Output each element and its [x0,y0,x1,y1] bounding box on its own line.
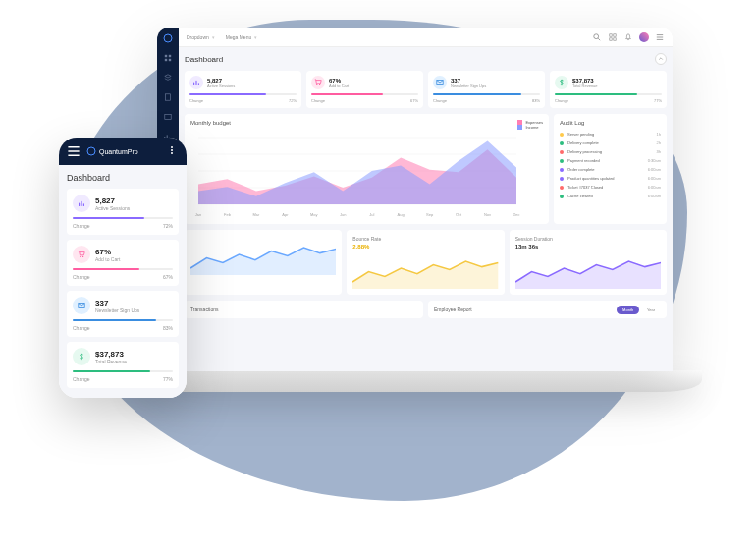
audit-time: 6:00am [648,194,661,198]
menu-icon[interactable] [655,32,665,42]
stat-change-label: Change [555,98,568,103]
hamburger-icon[interactable] [67,144,81,158]
cart-icon [311,76,325,89]
audit-text: Delivery processing [567,149,602,154]
audit-item[interactable]: Delivery complete2h [560,139,661,147]
stat-change-label: Change [73,274,90,280]
dollar-icon [555,76,568,89]
svg-rect-6 [165,115,171,120]
logo-icon[interactable] [163,33,173,43]
transactions-title: Transactions [190,307,218,312]
audit-text: Cache cleared [567,194,593,198]
stat-label: Newsletter Sign Ups [451,84,486,88]
stat-value: $37,873 [572,78,598,84]
page-title: Dashboard [185,55,223,64]
stat-card: 5,827 Active Sessions Change72% [185,71,301,108]
report-tab-month[interactable]: Month [617,306,639,314]
transactions-card: Transactions [185,301,423,318]
svg-text:May: May [310,212,318,217]
stat-pct: 67% [163,274,173,280]
stat-label: Total Revenue [95,359,127,364]
audit-item[interactable]: Order complete6:00am [560,165,661,174]
collapse-button[interactable] [655,53,667,65]
audit-item[interactable]: Server pending1h [560,130,661,139]
audit-time: 6:00am [648,185,661,190]
stat-pct: 77% [163,376,173,382]
svg-point-7 [594,33,599,38]
more-icon[interactable] [167,145,179,157]
svg-point-13 [319,84,320,85]
svg-rect-11 [614,37,616,39]
svg-point-32 [87,147,95,155]
audit-item[interactable]: Cache cleared6:00am [560,192,661,200]
stat-card: 337 Newsletter Sign Ups Change83% [428,71,545,108]
audit-log-card: Audit Log Server pending1hDelivery compl… [554,114,667,224]
stat-label: Active Sessions [95,205,130,211]
mini-chart-card: Session Duration 13m 36s [510,230,667,295]
stat-pct: 77% [654,98,662,103]
svg-rect-2 [169,55,171,57]
report-tab-year[interactable]: Year [641,306,661,314]
audit-time: 1h [657,132,661,137]
stat-value: 67% [95,248,120,256]
svg-point-12 [316,84,317,85]
audit-item[interactable]: Delivery processing3h [560,147,661,156]
bars-icon [189,76,203,89]
audit-time: 6:00am [648,176,661,181]
employee-report-title: Employee Report [434,307,472,312]
svg-rect-8 [610,33,612,35]
stat-change-label: Change [73,223,90,229]
phone-stat-card: 337 Newsletter Sign Ups Change83% [67,291,179,337]
stat-card: 67% Add to Cart Change67% [306,71,423,108]
audit-text: Server pending [567,132,594,137]
stat-label: Total Revenue [572,84,598,88]
stat-change-label: Change [73,376,90,382]
audit-item[interactable]: Product quantities updated6:00am [560,174,661,183]
audit-text: Order complete [567,167,595,172]
svg-text:Jun: Jun [340,212,346,217]
mini-chart-card: Bounce Rate 2.88% [347,230,504,295]
bell-icon[interactable] [623,32,633,42]
svg-rect-9 [614,33,616,35]
stat-pct: 83% [163,325,173,331]
legend-item: Income [517,125,543,130]
svg-text:Nov: Nov [484,212,491,217]
audit-item[interactable]: Ticket #7037 Closed6:00am [560,183,661,192]
sidebar-home-icon[interactable] [163,53,173,63]
sidebar-layers-icon[interactable] [163,73,173,83]
avatar[interactable] [639,32,649,42]
svg-point-0 [164,34,172,42]
sidebar-page-icon[interactable] [163,92,173,102]
cart-icon [73,246,90,263]
bars-icon [73,195,90,212]
stat-change-label: Change [311,98,325,103]
audit-log-title: Audit Log [560,120,661,126]
dollar-icon [73,348,90,365]
stat-pct: 72% [289,98,297,103]
stat-label: Newsletter Sign Ups [95,307,139,313]
stat-pct: 72% [163,223,173,229]
mini-chart-card [185,230,342,295]
svg-point-33 [171,146,173,148]
search-icon[interactable] [592,32,602,42]
svg-text:Aug: Aug [398,212,405,217]
svg-point-34 [171,149,173,151]
sparkline-chart [352,250,498,289]
mail-icon [433,76,447,89]
svg-text:Apr: Apr [282,212,289,217]
topbar-mega-menu[interactable]: Mega Menu [226,34,251,40]
sidebar-box-icon[interactable] [163,112,173,122]
phone-mockup: QuantumPro Dashboard 5,827 Active Sessio… [59,138,187,398]
grid-icon[interactable] [608,32,618,42]
audit-item[interactable]: Payment recorded0:30am [560,156,661,165]
topbar-dropdown[interactable]: Dropdown [187,34,209,40]
svg-text:Sep: Sep [426,212,434,217]
stat-label: Active Sessions [207,84,235,88]
stat-change-label: Change [189,98,203,103]
mini-chart-title: Bounce Rate [352,236,498,242]
svg-point-35 [171,152,173,154]
sparkline-chart [515,250,661,289]
phone-stat-card: 67% Add to Cart Change67% [67,240,179,286]
monthly-budget-chart: JanFebMarAprMayJunJulAugSepOctNovDec [190,130,524,218]
stat-card: $37,873 Total Revenue Change77% [550,71,667,108]
